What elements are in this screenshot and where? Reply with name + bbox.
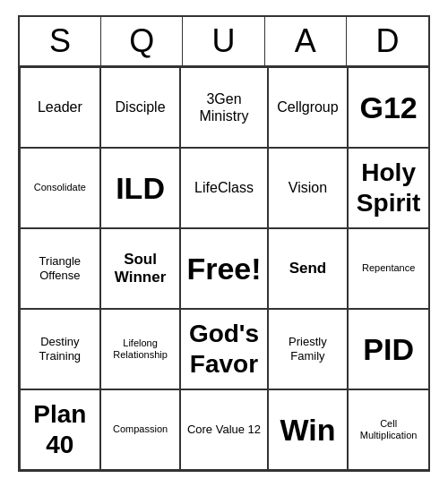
grid-cell-6: ILD (100, 148, 181, 228)
cell-text-22: Core Value 12 (187, 423, 261, 437)
bingo-card: SQUAD LeaderDisciple3Gen MinistryCellgro… (18, 15, 430, 472)
header-letter-s: S (20, 17, 101, 65)
cell-text-18: Priestly Family (274, 335, 342, 363)
grid-cell-8: Vision (268, 148, 349, 228)
cell-text-5: Consolidate (34, 182, 86, 193)
grid-cell-2: 3Gen Ministry (180, 67, 267, 148)
cell-text-4: G12 (360, 90, 418, 126)
cell-text-15: Destiny Training (26, 335, 94, 363)
cell-text-20: Plan 40 (26, 399, 94, 459)
cell-text-23: Win (280, 412, 335, 449)
grid-cell-19: PID (348, 309, 428, 389)
cell-text-11: Soul Winner (107, 251, 175, 287)
cell-text-12: Free! (186, 251, 261, 287)
cell-text-0: Leader (38, 98, 82, 115)
grid-cell-0: Leader (20, 67, 100, 148)
header-letter-q: Q (101, 17, 183, 65)
grid-cell-18: Priestly Family (268, 309, 349, 389)
header-letter-a: A (265, 17, 347, 65)
bingo-grid: LeaderDisciple3Gen MinistryCellgroupG12C… (20, 67, 428, 470)
grid-cell-21: Compassion (100, 389, 181, 470)
cell-text-14: Repentance (362, 262, 415, 274)
grid-cell-3: Cellgroup (268, 67, 349, 148)
cell-text-10: Triangle Offense (26, 254, 94, 282)
grid-cell-11: Soul Winner (100, 228, 181, 309)
grid-cell-16: Lifelong Relationship (100, 309, 181, 389)
cell-text-24: Cell Multiplication (354, 418, 423, 441)
grid-cell-17: God's Favor (180, 309, 267, 389)
header-letter-d: D (347, 17, 428, 65)
grid-cell-7: LifeClass (180, 148, 267, 228)
grid-cell-24: Cell Multiplication (348, 389, 428, 470)
grid-cell-20: Plan 40 (20, 389, 100, 470)
cell-text-9: Holy Spirit (354, 158, 423, 218)
cell-text-1: Disciple (116, 98, 166, 115)
grid-cell-9: Holy Spirit (348, 148, 428, 228)
grid-cell-1: Disciple (100, 67, 181, 148)
grid-cell-15: Destiny Training (20, 309, 100, 389)
header-letter-u: U (183, 17, 264, 65)
cell-text-21: Compassion (113, 423, 168, 435)
cell-text-3: Cellgroup (277, 98, 338, 115)
cell-text-19: PID (363, 331, 414, 368)
cell-text-13: Send (289, 260, 327, 278)
cell-text-7: LifeClass (194, 179, 254, 196)
cell-text-16: Lifelong Relationship (107, 337, 175, 361)
bingo-header: SQUAD (20, 17, 428, 67)
grid-cell-12: Free! (180, 228, 267, 309)
grid-cell-13: Send (268, 228, 349, 309)
grid-cell-14: Repentance (348, 228, 428, 309)
grid-cell-23: Win (268, 389, 349, 470)
grid-cell-10: Triangle Offense (20, 228, 100, 309)
cell-text-2: 3Gen Ministry (186, 90, 261, 124)
cell-text-17: God's Favor (186, 319, 261, 379)
grid-cell-4: G12 (348, 67, 428, 148)
grid-cell-22: Core Value 12 (180, 389, 267, 470)
cell-text-8: Vision (289, 179, 327, 196)
cell-text-6: ILD (116, 170, 165, 207)
grid-cell-5: Consolidate (20, 148, 100, 228)
